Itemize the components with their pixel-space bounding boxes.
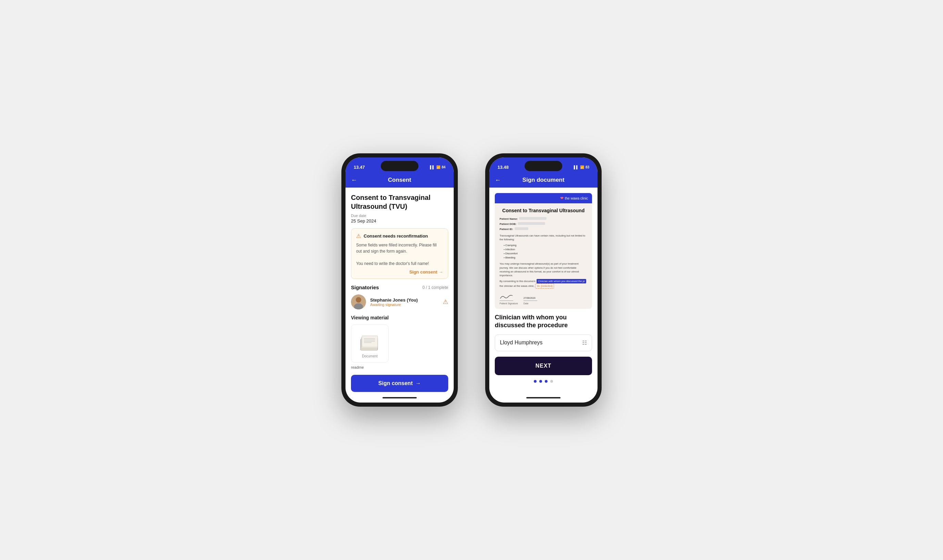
avatar [351,294,366,309]
back-button-2[interactable]: ← [495,177,501,184]
body-text-2: By consenting to this document, Clinicia… [499,279,587,289]
patient-dob-blur [518,222,545,225]
patient-name-row: Patient Name: [499,217,587,222]
screen-content-1: Consent to Transvaginal Ultrasound (TVU)… [345,188,454,393]
alert-title: Consent needs reconfirmation [364,234,428,238]
doc-name: readme [351,365,448,369]
patient-dob-label: Patient DOB: [499,222,516,226]
date-label: Date [524,302,529,305]
patient-id-row: Patient ID: [499,227,587,232]
home-indicator-1 [345,393,454,403]
due-date-label: Due date [351,214,448,218]
wifi-icon-2: 📶 [580,165,584,169]
redline-text: Dr. [redacted] [535,283,554,289]
alert-body-line2: You need to write the doctor's full name… [356,261,429,266]
risk-bleeding: • Bleeding [504,256,587,260]
dot-4 [550,380,553,383]
home-bar-1 [382,397,417,398]
clinician-input-value: Lloyd Humphreys [500,340,582,346]
clinician-input-row[interactable]: Lloyd Humphreys ☷ [495,334,592,351]
doc-preview-header: ❤ the wawa clinic [495,193,592,203]
date-value: 27/08/2024 [524,294,537,301]
alert-sign-link[interactable]: Sign consent → [356,269,443,274]
sign-consent-button[interactable]: Sign consent → [351,375,448,392]
nav-title-2: Sign document [522,177,565,183]
status-time-1: 13.47 [354,165,365,170]
arrow-right-icon: → [415,380,421,386]
pagination-dots [495,380,592,383]
highlight-text: Clinician with whom you discussed the pr [536,279,586,283]
consent-title: Consent to Transvaginal Ultrasound (TVU) [351,193,448,211]
field-question: Clinician with whom you discussed the pr… [495,314,592,330]
signatories-header: Signatories 0 / 1 complete [351,285,448,290]
signal-icon-1: ▌▌ [430,165,435,169]
patient-id-label: Patient ID: [499,227,513,232]
risks-list: • Cramping • Infection • Discomfort • Bl… [499,243,587,260]
back-button-1[interactable]: ← [351,177,357,184]
sig-block: Patient Signature [499,294,518,305]
clinic-logo: ❤ the wawa clinic [560,196,588,201]
list-icon: ☷ [582,340,587,346]
signatories-count: 0 / 1 complete [422,285,448,290]
next-button[interactable]: NEXT [495,357,592,375]
patient-name-blur [519,217,547,220]
dot-2 [539,380,542,383]
signal-icon-2: ▌▌ [574,165,579,169]
battery-1: 84 [442,165,445,169]
dot-1 [534,380,536,383]
risk-cramping: • Cramping [504,243,587,248]
status-icons-1: ▌▌ 📶 84 [430,165,445,169]
status-time-2: 13.48 [498,165,509,170]
screen-content-2: ❤ the wawa clinic Consent to Transvagina… [489,188,598,393]
risk-discomfort: • Discomfort [504,252,587,256]
signatory-row: Stephanie Jones (You) Awaiting signature… [351,294,448,309]
signatory-name: Stephanie Jones (You) [370,297,439,303]
sig-image [499,294,513,301]
phones-container: 13.47 ▌▌ 📶 84 ← Consent Consent to Trans… [341,153,602,407]
home-indicator-2 [489,393,598,403]
arrow-icon: → [439,269,443,274]
heart-icon: ❤ [560,196,564,201]
warning-icon: ⚠ [443,298,448,306]
wifi-icon-1: 📶 [436,165,440,169]
phone-2: 13.48 ▌▌ 📶 83 ← Sign document ❤ [485,153,602,407]
doc-preview-title: Consent to Transvaginal Ultrasound [499,207,587,214]
home-bar-2 [526,397,561,398]
signatory-info: Stephanie Jones (You) Awaiting signature [370,297,439,307]
sig-label: Patient Signature [499,302,518,305]
patient-dob-row: Patient DOB: [499,222,587,226]
phone-notch-2 [525,161,562,171]
alert-header: ⚠ Consent needs reconfirmation [356,233,443,239]
status-icons-2: ▌▌ 📶 83 [574,165,589,169]
svg-point-1 [356,297,361,303]
phone-notch-1 [381,161,418,171]
dot-3 [545,380,547,383]
doc-label: Document [362,354,378,358]
nav-bar-2: ← Sign document [489,174,598,188]
body-text-1: You may undergo transvaginal ultrasound(… [499,262,587,277]
patient-name-label: Patient Name: [499,217,518,222]
phone-1: 13.47 ▌▌ 📶 84 ← Consent Consent to Trans… [341,153,458,407]
viewing-section: Viewing material [351,315,448,369]
nav-title-1: Consent [388,177,411,183]
alert-box: ⚠ Consent needs reconfirmation Some fiel… [351,228,448,279]
document-card[interactable]: Document [351,325,388,363]
doc-preview-body: Consent to Transvaginal Ultrasound Patie… [495,203,592,309]
battery-2: 83 [586,165,589,169]
risks-section: Transvaginal Ultrasounds can have certai… [499,234,587,260]
risk-infection: • Infection [504,248,587,252]
date-block: 27/08/2024 Date [524,294,537,305]
alert-icon: ⚠ [356,233,361,239]
nav-bar-1: ← Consent [345,174,454,188]
clinic-name: the wawa clinic [565,197,588,200]
signatories-title: Signatories [351,285,379,290]
doc-icon [358,329,382,353]
alert-body-line1: Some fields were filled incorrectly. Ple… [356,243,436,254]
doc-preview: ❤ the wawa clinic Consent to Transvagina… [495,193,592,309]
signatory-status: Awaiting signature [370,303,439,307]
risks-intro: Transvaginal Ultrasounds can have certai… [499,234,587,242]
alert-body: Some fields were filled incorrectly. Ple… [356,242,443,267]
viewing-title: Viewing material [351,315,448,320]
due-date-value: 25 Sep 2024 [351,218,448,223]
signature-row: Patient Signature 27/08/2024 Date [499,292,587,305]
